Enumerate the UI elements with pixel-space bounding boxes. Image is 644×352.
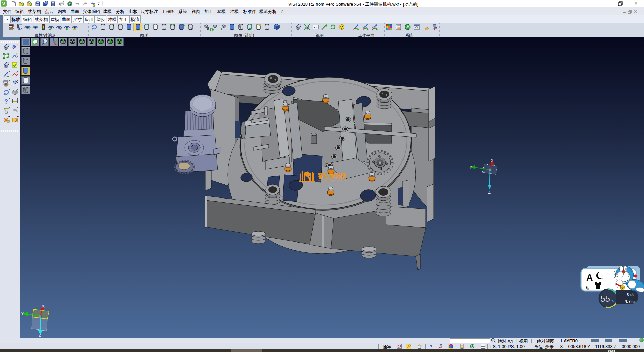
svg-text:↓: ↓ <box>618 299 620 304</box>
svg-text:X: X <box>42 304 45 309</box>
svg-text:,: , <box>586 280 588 289</box>
svg-text:↑: ↑ <box>618 292 620 297</box>
svg-text:智造资料网: 智造资料网 <box>317 172 346 179</box>
svg-text:4.7: 4.7 <box>625 299 631 304</box>
svg-text:Y: Y <box>469 165 472 170</box>
svg-text:Y: Y <box>21 311 24 316</box>
svg-text:INTELLIGENT MANUFACTURING DATA: INTELLIGENT MANUFACTURING DATA <box>318 180 347 182</box>
svg-text:Z: Z <box>488 190 491 195</box>
svg-text:0: 0 <box>627 292 629 297</box>
svg-text:X: X <box>491 158 494 163</box>
svg-text:K/s: K/s <box>631 300 636 303</box>
svg-text:%: % <box>611 299 614 303</box>
svg-text:55: 55 <box>600 294 610 304</box>
svg-text:K/s: K/s <box>630 293 635 296</box>
svg-text:Z: Z <box>39 333 41 338</box>
